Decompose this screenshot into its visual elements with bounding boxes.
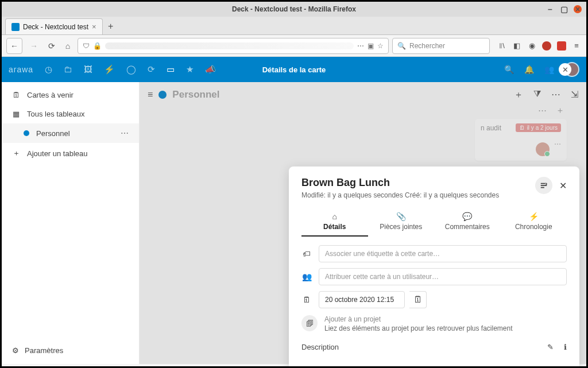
tab-attachments[interactable]: 📎 Pièces jointes bbox=[368, 208, 435, 237]
bookmark-star-icon[interactable]: ☆ bbox=[377, 42, 384, 50]
browser-search-box[interactable]: 🔍 Rechercher bbox=[392, 38, 490, 54]
app-switcher: ◷ 🗀 🖼 ⚡ ◯ ⟳ ▭ ★ 📣 bbox=[45, 64, 216, 75]
project-text: Ajouter à un projet Liez des éléments au… bbox=[324, 315, 513, 332]
assign-row: 👥 bbox=[301, 268, 567, 285]
search-icon: 🔍 bbox=[397, 42, 406, 50]
main-area: ≡ Personnel ＋ ⧩ ⋯ ⇲ ⋯ ＋ n audit 🗓 il y a… bbox=[140, 82, 586, 364]
tab-close-icon[interactable]: × bbox=[92, 22, 96, 31]
modal-overlay-close-button[interactable]: ✕ bbox=[559, 63, 571, 76]
sidebar-item-more-icon[interactable]: ⋯ bbox=[121, 129, 129, 138]
app-updates-icon[interactable]: ⟳ bbox=[148, 64, 155, 75]
url-blurred bbox=[105, 42, 354, 49]
extension-ublock-icon[interactable] bbox=[541, 41, 552, 51]
search-placeholder: Rechercher bbox=[409, 42, 445, 50]
lock-icon: 🔒 bbox=[93, 42, 102, 50]
project-hint: Liez des éléments au projet pour les ret… bbox=[324, 324, 513, 332]
app-photos-icon[interactable]: 🖼 bbox=[84, 64, 92, 75]
project-icon: 🗐 bbox=[301, 315, 318, 331]
tag-row: 🏷 bbox=[301, 245, 567, 262]
modal-header-actions: ✕ bbox=[535, 177, 567, 194]
tab-timeline[interactable]: ⚡ Chronologie bbox=[501, 208, 567, 237]
sidebar-label-upcoming: Cartes à venir bbox=[27, 91, 74, 99]
reader-icon[interactable]: ▣ bbox=[368, 42, 374, 50]
assign-input[interactable] bbox=[319, 268, 567, 285]
app-favorites-icon[interactable]: ★ bbox=[186, 64, 194, 75]
edit-icon[interactable]: ✎ bbox=[547, 343, 554, 351]
url-bar[interactable]: 🛡 🔒 ⋯ ▣ ☆ bbox=[78, 38, 389, 54]
header-title: Détails de la carte bbox=[262, 65, 326, 74]
comment-icon: 💬 bbox=[434, 212, 501, 221]
project-title: Ajouter à un projet bbox=[324, 315, 513, 323]
app-deck-icon[interactable]: ▭ bbox=[167, 64, 175, 75]
app-activity-icon[interactable]: ⚡ bbox=[104, 64, 115, 75]
extension-panda-icon[interactable]: ◉ bbox=[527, 41, 537, 51]
boards-icon: ▦ bbox=[12, 110, 20, 118]
due-date-input[interactable] bbox=[319, 291, 405, 308]
tab-comments[interactable]: 💬 Commentaires bbox=[434, 208, 501, 237]
board-color-dot bbox=[24, 130, 29, 136]
browser-tab-title: Deck - Nextcloud test bbox=[23, 23, 88, 31]
header-contacts-icon[interactable]: 👥 bbox=[544, 65, 554, 74]
description-row: Description ✎ ℹ bbox=[301, 343, 567, 351]
plus-icon: ＋ bbox=[12, 148, 20, 158]
shield-icon[interactable]: 🛡 bbox=[83, 42, 90, 50]
modal-tabs: ⌂ Détails 📎 Pièces jointes 💬 Commentaire… bbox=[301, 208, 567, 237]
tag-input[interactable] bbox=[319, 245, 567, 262]
sidebar-toggle-icon[interactable]: ◧ bbox=[512, 41, 522, 51]
sidebar-settings-label: Paramètres bbox=[25, 346, 63, 355]
nav-home-button[interactable]: ⌂ bbox=[61, 40, 74, 52]
modal-close-button[interactable]: ✕ bbox=[559, 180, 567, 191]
extension-icons: ⫴\ ◧ ◉ ≡ bbox=[497, 41, 582, 51]
app-files-icon[interactable]: 🗀 bbox=[64, 64, 72, 75]
due-date-picker-button[interactable]: 🗓 bbox=[409, 291, 427, 308]
sidebar-item-add-board[interactable]: ＋ Ajouter un tableau bbox=[2, 143, 139, 164]
app-body: 🗓 Cartes à venir ▦ Tous les tableaux Per… bbox=[2, 82, 586, 364]
description-actions: ✎ ℹ bbox=[547, 343, 567, 351]
sidebar-item-upcoming[interactable]: 🗓 Cartes à venir bbox=[2, 86, 139, 104]
nav-reload-button[interactable]: ⟳ bbox=[45, 40, 58, 52]
window-minimize-icon[interactable]: – bbox=[546, 5, 554, 13]
info-icon[interactable]: ℹ bbox=[564, 343, 567, 351]
modal-header: Brown Bag Lunch Modifié: il y a quelques… bbox=[301, 177, 567, 199]
users-icon: 👥 bbox=[301, 272, 312, 281]
url-dots-icon[interactable]: ⋯ bbox=[357, 42, 364, 50]
card-details-modal: Brown Bag Lunch Modifié: il y a quelques… bbox=[289, 166, 579, 368]
browser-tab-active[interactable]: Deck - Nextcloud test × bbox=[5, 18, 103, 34]
sidebar-item-personal[interactable]: Personnel ⋯ bbox=[2, 123, 139, 143]
sidebar-settings[interactable]: ⚙ Paramètres bbox=[2, 340, 139, 361]
sidebar: 🗓 Cartes à venir ▦ Tous les tableaux Per… bbox=[2, 82, 140, 364]
sidebar-label-personal: Personnel bbox=[36, 129, 70, 138]
new-tab-button[interactable]: + bbox=[103, 18, 119, 34]
window-controls: – ▢ × bbox=[546, 5, 582, 13]
card-options-button[interactable] bbox=[535, 177, 552, 194]
library-icon[interactable]: ⫴\ bbox=[497, 41, 507, 51]
calendar-icon: 🗓 bbox=[301, 295, 312, 304]
tab-details[interactable]: ⌂ Détails bbox=[301, 208, 368, 237]
card-subtitle: Modifié: il y a quelques secondes Créé: … bbox=[301, 191, 499, 199]
modal-fields: 🏷 👥 🗓 🗓 bbox=[301, 245, 567, 308]
browser-tabstrip: Deck - Nextcloud test × + bbox=[2, 17, 586, 35]
options-icon bbox=[540, 181, 548, 189]
favicon-icon bbox=[11, 23, 20, 31]
hamburger-menu-icon[interactable]: ≡ bbox=[571, 41, 582, 51]
app-dashboard-icon[interactable]: ◷ bbox=[45, 64, 52, 75]
extension-adblock-icon[interactable] bbox=[556, 41, 567, 51]
description-label: Description bbox=[301, 343, 339, 351]
project-row[interactable]: 🗐 Ajouter à un projet Liez des éléments … bbox=[301, 315, 567, 332]
window-title: Deck - Nextcloud test - Mozilla Firefox bbox=[232, 5, 356, 13]
nav-back-button[interactable]: ← bbox=[6, 38, 22, 54]
window-titlebar: Deck - Nextcloud test - Mozilla Firefox … bbox=[2, 2, 586, 17]
window-close-button[interactable]: × bbox=[574, 5, 582, 13]
app-logo[interactable]: arawa bbox=[9, 65, 33, 74]
browser-toolbar: ← → ⟳ ⌂ 🛡 🔒 ⋯ ▣ ☆ 🔍 Rechercher ⫴\ ◧ ◉ ≡ bbox=[2, 35, 586, 57]
header-notifications-icon[interactable]: 🔔 bbox=[524, 65, 534, 74]
sidebar-label-add-board: Ajouter un tableau bbox=[27, 149, 88, 158]
tag-icon: 🏷 bbox=[301, 249, 312, 258]
app-talk-icon[interactable]: ◯ bbox=[126, 64, 136, 75]
card-title: Brown Bag Lunch bbox=[301, 177, 499, 189]
header-search-icon[interactable]: 🔍 bbox=[504, 65, 514, 74]
window-maximize-icon[interactable]: ▢ bbox=[560, 5, 568, 13]
paperclip-icon: 📎 bbox=[368, 212, 435, 221]
sidebar-item-all-boards[interactable]: ▦ Tous les tableaux bbox=[2, 104, 139, 123]
app-announce-icon[interactable]: 📣 bbox=[205, 64, 216, 75]
